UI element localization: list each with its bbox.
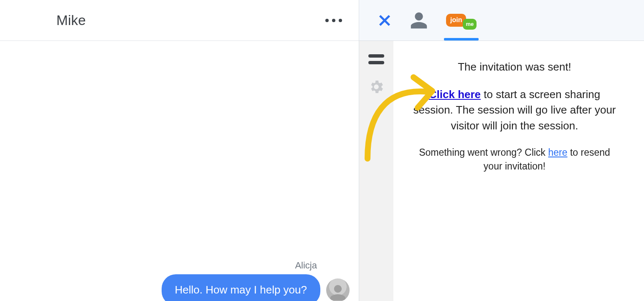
joinme-icon: join me	[446, 11, 477, 30]
dot-icon	[325, 19, 329, 22]
resend-pre: Something went wrong? Click	[419, 147, 548, 158]
message-bubble: Hello. How may I help you?	[162, 274, 320, 301]
resend-text: Something went wrong? Click here to rese…	[410, 146, 619, 174]
rail-handle-icon[interactable]	[368, 54, 384, 64]
side-panel-tabs: join me	[359, 0, 644, 41]
joinme-invitation-content: The invitation was sent! Click here to s…	[393, 41, 644, 301]
side-panel: join me The invitation was sent! Click h…	[359, 0, 644, 301]
chat-header: Mike	[0, 0, 359, 41]
gear-icon	[368, 78, 385, 95]
sender-avatar	[326, 278, 350, 301]
joinme-tab[interactable]: join me	[446, 0, 477, 40]
side-rail	[359, 41, 393, 301]
message-sender-label: Alicja	[295, 260, 317, 271]
chat-panel: Mike Alicja Hello. How may I help you? R…	[0, 0, 359, 301]
settings-button[interactable]	[368, 78, 385, 97]
close-icon	[378, 13, 392, 28]
outgoing-message: Alicja Hello. How may I help you? Read	[162, 260, 350, 301]
joinme-icon-me: me	[463, 19, 477, 30]
invitation-sent-heading: The invitation was sent!	[410, 59, 619, 75]
visitor-info-tab[interactable]	[409, 0, 428, 40]
side-panel-body: The invitation was sent! Click here to s…	[359, 41, 644, 301]
close-panel-button[interactable]	[378, 0, 392, 40]
resend-link[interactable]: here	[548, 147, 568, 158]
start-session-link[interactable]: Click here	[429, 88, 481, 101]
start-session-text: Click here to start a screen sharing ses…	[410, 87, 619, 134]
dot-icon	[332, 19, 335, 22]
chat-title: Mike	[56, 13, 86, 28]
chat-body: Alicja Hello. How may I help you? Read	[0, 41, 359, 301]
dot-icon	[339, 19, 342, 22]
person-icon	[409, 11, 428, 30]
more-options-button[interactable]	[325, 19, 342, 22]
